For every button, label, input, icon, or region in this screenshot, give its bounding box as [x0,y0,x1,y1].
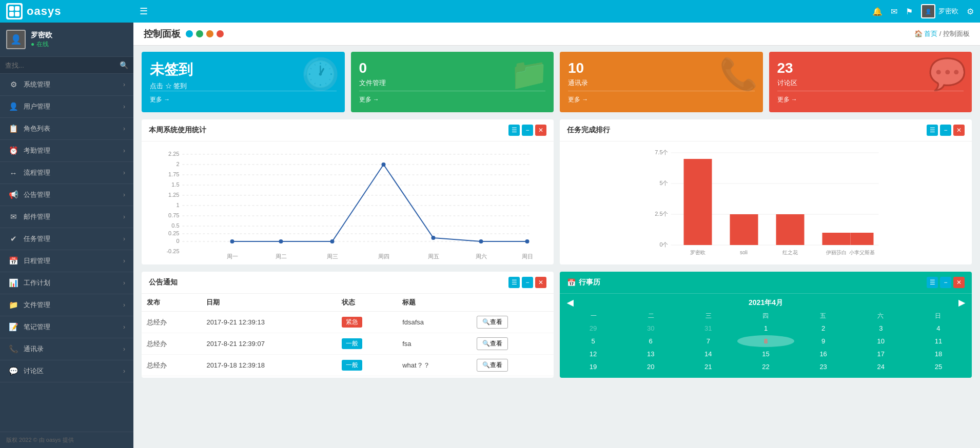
view-button[interactable]: 🔍查看 [477,337,508,350]
sidebar-item-system[interactable]: ⚙系统管理 › [0,74,133,96]
calendar-day[interactable]: 11 [910,335,967,347]
calendar-minimize-btn[interactable]: − [940,277,951,288]
line-chart-area: 2.25 2 1.75 1.5 1.25 1 0.75 0.5 0.25 0 - [147,147,548,259]
calendar-controls: ☰ − ✕ [927,277,965,288]
calendar-day[interactable]: 16 [795,348,852,360]
stat-cards: 未签到 点击 ☆ 签到 🕐 更多 → 0 文件管理 📁 [142,52,972,112]
calendar-day[interactable]: 23 [795,361,852,373]
calendar-day[interactable]: 20 [622,361,679,373]
weekday: 一 [565,312,622,320]
folder-bg-icon: 📁 [510,56,548,92]
calendar-day[interactable]: 10 [853,335,909,347]
stat-card-forum[interactable]: 23 讨论区 💬 更多 → [769,52,972,112]
sidebar-item-schedule[interactable]: 📅日程管理 › [0,250,133,272]
calendar-day[interactable]: 7 [680,335,736,347]
sidebar: 👤 罗密欧 ● 在线 🔍 ⚙系统管理 › 👤用户管理 › 📋角色列表 › [0,23,133,448]
stat-card-contacts[interactable]: 10 通讯录 📞 更多 → [560,52,763,112]
sidebar-item-forum[interactable]: 💬讨论区 › [0,360,133,382]
prev-month-btn[interactable]: ◀ [567,298,573,308]
sidebar-item-contacts[interactable]: 📞通讯录 › [0,338,133,360]
search-icon[interactable]: 🔍 [120,61,128,69]
task-panel-close-btn[interactable]: ✕ [953,125,965,136]
sidebar-item-tasks[interactable]: ✔任务管理 › [0,228,133,250]
calendar-day[interactable]: 2 [795,322,852,334]
notification-icon[interactable]: 🔔 [872,7,883,16]
calendar-title-area: 📅 行事历 [567,278,600,287]
calendar-day[interactable]: 1 [737,322,794,334]
calendar-day[interactable]: 17 [853,348,909,360]
calendar-day[interactable]: 6 [622,335,679,347]
calendar-day[interactable]: 14 [680,348,736,360]
title-dots [186,30,224,37]
view-button[interactable]: 🔍查看 [477,316,508,329]
chevron-right-icon: › [123,323,125,331]
sidebar-item-files[interactable]: 📁文件管理 › [0,294,133,316]
card-label-forum: 讨论区 [777,78,797,88]
panel-close-btn[interactable]: ✕ [535,125,546,136]
calendar-icon: 📅 [8,256,18,266]
flag-icon[interactable]: ⚑ [906,7,913,16]
sidebar-item-roles[interactable]: 📋角色列表 › [0,118,133,140]
calendar-day[interactable]: 12 [565,348,621,360]
settings-icon[interactable]: ⚙ [967,7,974,16]
sidebar-nav: ⚙系统管理 › 👤用户管理 › 📋角色列表 › ⏰考勤管理 › ↔流程管理 › … [0,74,133,432]
header-user[interactable]: 👤 罗密欧 [921,4,958,18]
mail-icon[interactable]: ✉ [891,7,897,16]
task-panel-minimize-btn[interactable]: − [940,125,951,136]
calendar-day[interactable]: 5 [565,335,621,347]
stat-card-files[interactable]: 0 文件管理 📁 更多 → [351,52,554,112]
calendar-day[interactable]: 31 [680,322,736,334]
sidebar-item-notice[interactable]: 📢公告管理 › [0,184,133,206]
svg-text:红之花: 红之花 [782,250,798,255]
notice-minimize-btn[interactable]: − [522,277,533,288]
sidebar-item-workflow[interactable]: ↔流程管理 › [0,162,133,184]
col-publisher: 发布 [142,294,201,312]
calendar-day[interactable]: 21 [680,361,736,373]
sidebar-item-attendance[interactable]: ⏰考勤管理 › [0,140,133,162]
calendar-day[interactable]: 19 [565,361,621,373]
charts-row: 本周系统使用统计 ☰ − ✕ 2.25 2 [142,119,972,264]
next-month-btn[interactable]: ▶ [958,298,965,308]
svg-text:1.25: 1.25 [168,192,179,198]
stat-card-checkin[interactable]: 未签到 点击 ☆ 签到 🕐 更多 → [142,52,345,112]
search-input[interactable] [5,62,120,69]
calendar-day[interactable]: 15 [737,348,794,360]
task-chart-title: 任务完成排行 [567,126,610,135]
calendar-day[interactable]: 3 [853,322,909,334]
svg-text:罗密欧: 罗密欧 [690,250,705,255]
card-number-checkin: 未签到 [150,60,193,79]
folder-icon: 📁 [8,300,18,310]
calendar-grid: 一 二 三 四 五 六 日 29 30 31 [560,312,972,378]
panel-menu-btn[interactable]: ☰ [508,125,520,136]
notice-body: 发布 日期 状态 标题 总经办 2017-9-21 1 [142,294,554,376]
task-panel-menu-btn[interactable]: ☰ [927,125,938,136]
breadcrumb-home[interactable]: 首页 [924,30,937,37]
svg-text:soli: soli [740,250,748,255]
sidebar-item-mail[interactable]: ✉邮件管理 › [0,206,133,228]
calendar-day[interactable]: 30 [622,322,679,334]
svg-point-39 [525,239,530,243]
sidebar-item-users[interactable]: 👤用户管理 › [0,96,133,118]
chevron-right-icon: › [123,279,125,287]
calendar-day[interactable]: 22 [737,361,794,373]
notice-close-btn[interactable]: ✕ [535,277,546,288]
calendar-today[interactable]: 8 [737,335,794,347]
calendar-day[interactable]: 29 [565,322,621,334]
calendar-day[interactable]: 24 [853,361,909,373]
calendar-day[interactable]: 4 [910,322,967,334]
svg-rect-4 [15,12,19,16]
sidebar-item-workplan[interactable]: 📊工作计划 › [0,272,133,294]
panel-minimize-btn[interactable]: − [522,125,533,136]
sidebar-item-notes[interactable]: 📝笔记管理 › [0,316,133,338]
calendar-day[interactable]: 13 [622,348,679,360]
calendar-day[interactable]: 25 [910,361,967,373]
menu-toggle-icon[interactable]: ☰ [140,6,148,17]
calendar-icon: 📅 [567,278,576,287]
notice-menu-btn[interactable]: ☰ [508,277,520,288]
calendar-day[interactable]: 9 [795,335,852,347]
dot-red [217,30,224,37]
calendar-day[interactable]: 18 [910,348,967,360]
calendar-close-btn[interactable]: ✕ [953,277,965,288]
calendar-menu-btn[interactable]: ☰ [927,277,938,288]
view-button[interactable]: 🔍查看 [477,359,508,372]
